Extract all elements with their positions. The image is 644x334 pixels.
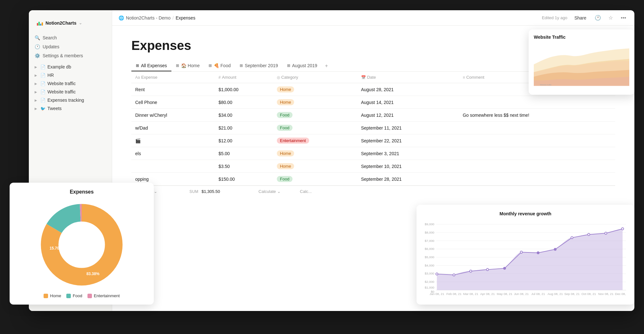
sidebar-item-label: Example db bbox=[47, 64, 71, 69]
data-point bbox=[453, 274, 455, 276]
legend-home-label: Home bbox=[50, 293, 61, 298]
chevron-right-icon: ▶ bbox=[35, 82, 38, 85]
y-label-5000: $5,000 bbox=[425, 255, 434, 259]
table-row: opping $150.00 Food September 28, 2021 bbox=[131, 173, 615, 186]
gear-icon: ⚙️ bbox=[35, 53, 40, 58]
y-label-3000: $3,000 bbox=[425, 272, 434, 275]
search-action[interactable]: 🔍 Search bbox=[31, 33, 109, 42]
expense-category: Food bbox=[273, 173, 357, 186]
search-label: Search bbox=[43, 35, 57, 40]
sum-section: SUM $1,305.50 bbox=[189, 189, 220, 194]
table-icon: ⊞ bbox=[240, 63, 243, 68]
chevron-right-icon: ▶ bbox=[35, 74, 38, 77]
updates-action[interactable]: 🕐 Updates bbox=[31, 42, 109, 51]
data-point bbox=[588, 233, 590, 235]
data-point bbox=[554, 248, 556, 250]
website-traffic-title: Website Traffic bbox=[534, 35, 629, 40]
select-icon: ◎ bbox=[277, 75, 280, 80]
expense-amount: $80.00 bbox=[215, 96, 273, 109]
y-label-6000: $6,000 bbox=[425, 247, 434, 250]
x-label-mar: Mar 08, 21 bbox=[463, 292, 478, 296]
expense-amount: $150.00 bbox=[215, 173, 273, 186]
legend-food-dot bbox=[66, 294, 71, 298]
donut-title: Expenses bbox=[16, 189, 147, 195]
x-label-jan: Jan 08, 21 bbox=[429, 292, 444, 296]
table-icon: ⊞ bbox=[209, 63, 212, 68]
star-icon: ☆ bbox=[608, 15, 613, 21]
data-point bbox=[436, 273, 438, 275]
donut-hole bbox=[62, 225, 102, 265]
bar3 bbox=[40, 24, 41, 26]
data-point bbox=[537, 252, 539, 254]
expense-category: Entertainment bbox=[273, 134, 357, 147]
legend-entertainment-label: Entertainment bbox=[94, 293, 120, 298]
data-point bbox=[470, 270, 472, 272]
breadcrumb-current: Expenses bbox=[176, 15, 195, 20]
favorite-button[interactable]: ☆ bbox=[606, 13, 615, 22]
legend-food-label: Food bbox=[73, 293, 82, 298]
chevron-down-icon: ⌄ bbox=[79, 21, 82, 25]
sidebar-item-hr[interactable]: ▶ 📄 HR bbox=[31, 71, 109, 79]
calculate-button-date[interactable]: Calc... bbox=[300, 189, 312, 194]
y-label-7000: $7,000 bbox=[425, 239, 434, 243]
sidebar-item-label: Tweets bbox=[47, 106, 62, 111]
tab-food[interactable]: ⊞ 🍕 Food bbox=[204, 60, 235, 71]
updates-label: Updates bbox=[43, 44, 59, 49]
revenue-title: Monthly revenue growth bbox=[424, 211, 627, 216]
globe-icon: 🌐 bbox=[119, 15, 124, 20]
tab-home[interactable]: ⊞ 🏠 Home bbox=[171, 60, 204, 71]
calendar-icon: 📅 bbox=[361, 75, 366, 80]
donut-chart: 15.70% 83.38% bbox=[37, 200, 127, 290]
sidebar-item-example-db[interactable]: ▶ 📄 Example db bbox=[31, 63, 109, 71]
expense-date: August 12, 2021 bbox=[357, 109, 459, 122]
expense-comment bbox=[459, 160, 615, 173]
donut-card: Expenses 15.70% bbox=[10, 183, 154, 305]
expense-category: Home bbox=[273, 160, 357, 173]
settings-action[interactable]: ⚙️ Settings & members bbox=[31, 51, 109, 60]
sidebar-item-social-media[interactable]: ▶ 📄 Website traffic bbox=[31, 79, 109, 88]
expense-amount: $3.50 bbox=[215, 160, 273, 173]
history-button[interactable]: 🕐 bbox=[593, 13, 602, 22]
expense-category: Home bbox=[273, 147, 357, 160]
expense-category: Home bbox=[273, 83, 357, 96]
expense-comment bbox=[459, 122, 615, 134]
tab-all-expenses[interactable]: ⊞ All Expenses bbox=[131, 60, 171, 71]
expense-name: Dinner w/Cheryl bbox=[131, 109, 215, 122]
expense-date: September 3, 2021 bbox=[357, 147, 459, 160]
expense-amount: $21.00 bbox=[215, 122, 273, 134]
workspace-label: Notion2Charts bbox=[45, 20, 76, 26]
chevron-down-icon: ⌄ bbox=[154, 189, 157, 194]
share-button[interactable]: Share bbox=[571, 14, 590, 22]
donut-label-food: 15.70% bbox=[50, 246, 63, 250]
expense-category: Food bbox=[273, 109, 357, 122]
table-row: els $5.00 Home September 3, 2021 bbox=[131, 147, 615, 160]
website-traffic-chart: Website traffic bbox=[534, 44, 629, 88]
donut-legend: Home Food Entertainment bbox=[44, 293, 120, 298]
search-icon: 🔍 bbox=[35, 35, 40, 40]
workspace-name[interactable]: Notion2Charts ⌄ bbox=[34, 18, 107, 28]
data-point bbox=[622, 228, 624, 230]
data-point bbox=[605, 232, 607, 235]
donut-label-home: 83.38% bbox=[87, 272, 100, 276]
legend-entertainment: Entertainment bbox=[87, 293, 120, 298]
data-point bbox=[571, 236, 573, 239]
expense-amount: $34.00 bbox=[215, 109, 273, 122]
sidebar-item-tweets[interactable]: ▶ 🐦 Tweets bbox=[31, 104, 109, 113]
legend-home: Home bbox=[44, 293, 61, 298]
chevron-right-icon: ▶ bbox=[35, 99, 38, 102]
tab-september-2019[interactable]: ⊞ September 2019 bbox=[235, 60, 283, 71]
expense-name: els bbox=[131, 147, 215, 160]
expense-amount: $12.00 bbox=[215, 134, 273, 147]
sidebar-item-website-traffic[interactable]: ▶ 📄 Website traffic bbox=[31, 88, 109, 96]
revenue-card: Monthly revenue growth $9,000 $8,000 $7,… bbox=[417, 205, 634, 305]
table-row: Cell Phone $80.00 Home August 14, 2021 bbox=[131, 96, 615, 109]
website-traffic-card: Website Traffic Website traffic bbox=[529, 29, 634, 95]
tab-august-2019[interactable]: ⊞ August 2019 bbox=[283, 60, 322, 71]
add-tab-button[interactable]: + bbox=[322, 60, 331, 71]
table-icon: ⊞ bbox=[136, 63, 139, 68]
x-label-apr: Apr 08, 21 bbox=[480, 292, 495, 296]
calculate-button-category[interactable]: Calculate ⌄ bbox=[259, 189, 281, 194]
text-type-icon: Aa bbox=[135, 75, 140, 80]
more-options-button[interactable]: ••• bbox=[619, 13, 628, 22]
sidebar-item-expenses-tracking[interactable]: ▶ 📄 Expenses tracking bbox=[31, 96, 109, 104]
